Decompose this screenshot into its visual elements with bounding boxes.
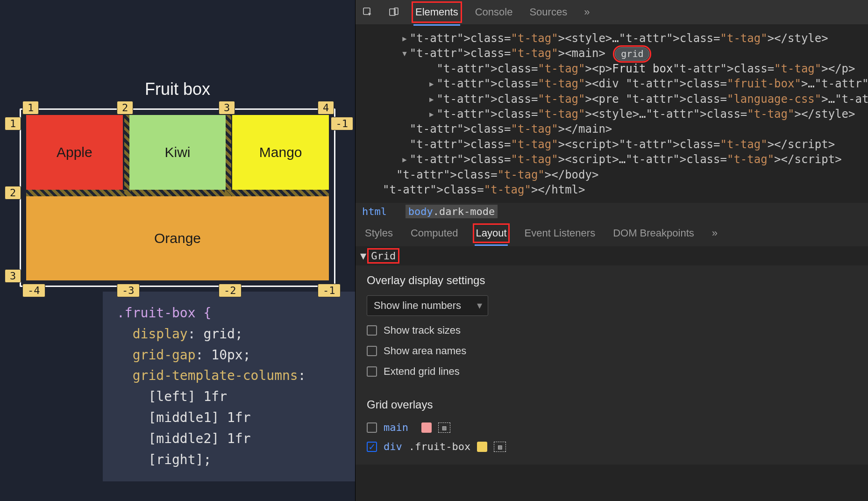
dom-tree[interactable]: ▸"t-attr">class="t-tag"><style>…"t-attr"… (356, 24, 868, 203)
code-raw: [middle1] 1fr (117, 410, 251, 425)
ptab-event-listeners[interactable]: Event Listeners (524, 225, 597, 241)
code-prop: grid-gap (133, 347, 196, 363)
grid-overlay-row[interactable]: main▨ (367, 418, 868, 437)
section-grid-label: Grid (369, 250, 398, 262)
dom-line[interactable]: "t-attr">class="t-tag"></main> (374, 122, 868, 136)
ptab-styles[interactable]: Styles (364, 225, 394, 241)
code-raw: [right]; (117, 452, 211, 467)
grid-line-label: 3 (5, 269, 21, 283)
dom-line[interactable]: ▸"t-attr">class="t-tag"><style>…"t-attr"… (374, 107, 868, 122)
code-val: grid; (203, 326, 242, 342)
dom-line[interactable]: "t-attr">class="t-tag"></html> (374, 182, 868, 197)
breadcrumb-node[interactable]: body (408, 206, 433, 217)
code-raw: [middle2] 1fr (117, 431, 251, 446)
grid-badge[interactable]: grid (615, 47, 649, 61)
panel-tabs: Styles Computed Layout Event Listeners D… (356, 220, 868, 246)
tab-sources[interactable]: Sources (527, 3, 569, 21)
grid-line-label: 3 (219, 101, 235, 115)
grid-line-label: -3 (117, 284, 140, 297)
code-val: : (298, 368, 306, 383)
dom-line[interactable]: "t-attr">class="t-tag"><script>"t-attr">… (374, 137, 868, 152)
checkbox-icon[interactable] (367, 366, 377, 377)
overlay-display-settings: Overlay display settings Show line numbe… (356, 265, 868, 390)
checkbox-row[interactable]: Show track sizes (367, 324, 868, 336)
ptab-layout[interactable]: Layout (475, 225, 507, 241)
breadcrumb-root[interactable]: html (362, 206, 387, 217)
tab-console[interactable]: Console (473, 3, 515, 21)
overlay-swatch[interactable] (477, 442, 487, 452)
ptab-dom-breakpoints[interactable]: DOM Breakpoints (612, 225, 695, 241)
dom-line[interactable]: "t-attr">class="t-tag"></body> (374, 167, 868, 182)
overlay-swatch[interactable] (421, 422, 432, 433)
overlay-highlight-icon[interactable]: ▨ (438, 422, 450, 433)
checkbox-label: Extend grid lines (384, 365, 460, 378)
cell-orange: Orange (26, 196, 329, 280)
overlay-name: div (384, 441, 402, 452)
grid-line-label: 1 (5, 117, 21, 130)
dom-line[interactable]: ▸"t-attr">class="t-tag"><style>…"t-attr"… (374, 31, 868, 46)
dom-line[interactable]: ▾"t-attr">class="t-tag"><main> grid (374, 46, 868, 61)
grid-line-label: -2 (219, 284, 242, 297)
disclose-triangle-icon[interactable]: ▼ (360, 250, 366, 262)
checkbox-icon[interactable] (367, 346, 377, 356)
checkbox-row[interactable]: Show area names (367, 345, 868, 357)
dom-line[interactable]: "t-attr">class="t-tag"><p>Fruit box"t-at… (374, 61, 868, 76)
grid-overlay-row[interactable]: ✓div.fruit-box▨ (367, 437, 868, 456)
checkbox-label: Show area names (384, 345, 466, 357)
dom-line[interactable]: ▸"t-attr">class="t-tag"><div "t-attr">cl… (374, 76, 868, 91)
dom-line[interactable]: ▸"t-attr">class="t-tag"><pre "t-attr">cl… (374, 92, 868, 107)
cell-mango: Mango (232, 115, 329, 190)
grid-wrap: Apple Kiwi Mango Orange 1 2 3 4 1 2 3 -1… (23, 112, 332, 283)
overlay-name: main (384, 422, 408, 433)
breadcrumb-class: .dark-mode (433, 206, 495, 217)
devtools-toolbar: Elements Console Sources » ⋯ (356, 0, 868, 24)
dom-line[interactable]: ▸"t-attr">class="t-tag"><script>…"t-attr… (374, 152, 868, 167)
checkbox-row[interactable]: Extend grid lines (367, 365, 868, 378)
overlay-highlight-icon[interactable]: ▨ (494, 442, 506, 452)
grid-line-label: 2 (5, 186, 21, 200)
page-title: Fruit box (0, 79, 355, 99)
tab-elements[interactable]: Elements (413, 3, 460, 21)
tab-more-chevrons[interactable]: » (582, 3, 591, 21)
fruit-grid: Apple Kiwi Mango Orange (23, 112, 332, 283)
cell-kiwi: Kiwi (129, 115, 226, 190)
code-prop: grid-template-columns (133, 368, 298, 383)
grid-overlays: Grid overlays main▨✓div.fruit-box▨ (356, 390, 868, 465)
dom-breadcrumb[interactable]: html body.dark-mode (356, 203, 868, 220)
devtools-panel: Elements Console Sources » ⋯ ▸"t-attr">c… (355, 0, 868, 501)
code-raw: [left] 1fr (117, 389, 227, 404)
line-numbers-select[interactable]: Show line numbers (367, 295, 488, 316)
page-preview: Fruit box Apple Kiwi Mango Orange 1 2 3 … (0, 0, 355, 501)
grid-line-label: 2 (117, 101, 133, 115)
checkbox-icon[interactable] (367, 422, 377, 433)
code-val: 10px; (211, 347, 250, 363)
grid-line-label: -1 (331, 117, 354, 130)
cell-apple: Apple (26, 115, 123, 190)
settings-heading: Overlay display settings (367, 274, 868, 287)
checkbox-icon[interactable]: ✓ (367, 442, 377, 452)
checkbox-label: Show track sizes (384, 324, 461, 336)
css-codeblock: .fruit-box { display: grid; grid-gap: 10… (103, 292, 355, 481)
section-head-grid[interactable]: ▼ Grid (356, 246, 868, 265)
overlay-class: .fruit-box (409, 441, 470, 452)
ptab-computed[interactable]: Computed (410, 225, 459, 241)
code-prop: display (133, 326, 188, 342)
ptab-more[interactable]: » (711, 225, 719, 241)
grid-line-label: -4 (22, 284, 45, 297)
checkbox-icon[interactable] (367, 325, 377, 336)
device-toggle-icon[interactable] (387, 6, 400, 19)
grid-overlays-heading: Grid overlays (367, 398, 868, 411)
grid-line-label: -1 (318, 284, 341, 297)
grid-line-label: 4 (318, 101, 334, 115)
grid-line-label: 1 (22, 101, 39, 115)
inspect-icon[interactable] (361, 6, 374, 19)
code-selector: .fruit-box { (117, 305, 211, 321)
